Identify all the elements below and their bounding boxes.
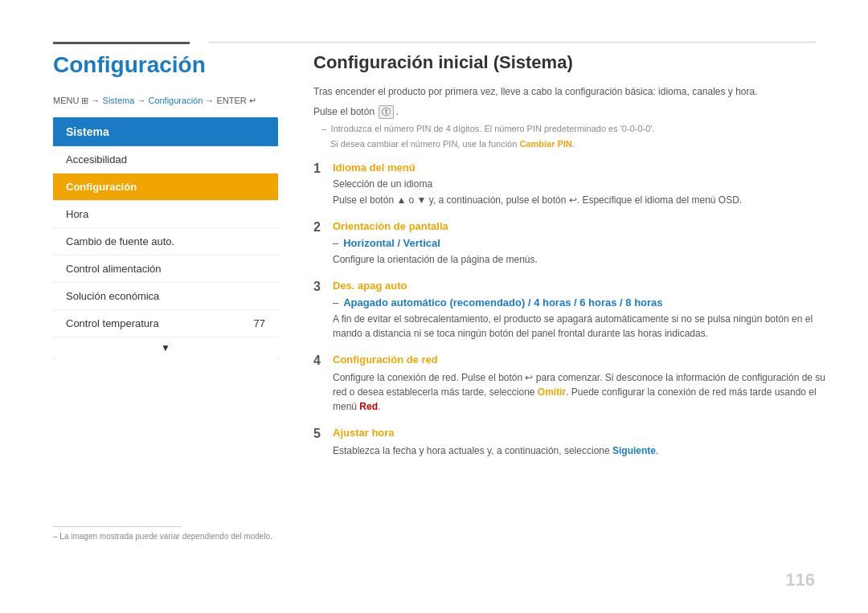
step-1-content: Idioma del menú Selección de un idioma P… bbox=[333, 161, 836, 207]
step-1-body: Pulse el botón ▲ o ▼ y, a continuación, … bbox=[333, 193, 836, 207]
menu-path-sistema: Sistema bbox=[103, 96, 135, 105]
step-5-content: Ajustar hora Establezca la fecha y hora … bbox=[333, 427, 836, 458]
step-2-content: Orientación de pantalla – Horizontal / V… bbox=[333, 220, 836, 267]
sidebar-item-accesibilidad[interactable]: Accesibilidad bbox=[53, 146, 278, 174]
footnote: – La imagen mostrada puede variar depend… bbox=[53, 526, 272, 541]
steps: 1 Idioma del menú Selección de un idioma… bbox=[313, 161, 836, 458]
step-3-body: A fin de evitar el sobrecalentamiento, e… bbox=[333, 312, 836, 341]
right-panel: Configuración inicial (Sistema) Tras enc… bbox=[313, 52, 836, 471]
step-1-title: Idioma del menú bbox=[333, 161, 836, 174]
step-4: 4 Configuración de red Configure la cone… bbox=[313, 353, 836, 414]
step-1-sub1: Selección de un idioma bbox=[333, 178, 836, 190]
omitir-link: Omitir bbox=[538, 386, 566, 398]
sidebar-item-control-temperatura-label: Control temperatura bbox=[66, 317, 159, 329]
sidebar: Sistema Accesibilidad Configuración Hora… bbox=[53, 117, 278, 358]
page-number: 116 bbox=[785, 570, 815, 591]
siguiente-link: Siguiente bbox=[612, 445, 656, 456]
sidebar-item-control-alimentacion[interactable]: Control alimentación bbox=[53, 255, 278, 283]
sidebar-item-cambio-fuente[interactable]: Cambio de fuente auto. bbox=[53, 228, 278, 255]
enter-icon: ⓣ bbox=[379, 105, 394, 119]
cambiar-pin-link: Cambiar PIN bbox=[519, 139, 571, 149]
step-3: 3 Des. apag auto – Apagado automático (r… bbox=[313, 280, 836, 341]
step-3-sub-title: Apagado automático (recomendado) / 4 hor… bbox=[343, 296, 662, 309]
step-2: 2 Orientación de pantalla – Horizontal /… bbox=[313, 220, 836, 267]
top-line-left bbox=[53, 42, 190, 44]
step-2-title: Orientación de pantalla bbox=[333, 220, 836, 232]
sidebar-item-hora[interactable]: Hora bbox=[53, 201, 278, 228]
step-5: 5 Ajustar hora Establezca la fecha y hor… bbox=[313, 427, 836, 458]
step-3-content: Des. apag auto – Apagado automático (rec… bbox=[333, 280, 836, 341]
intro-text: Tras encender el producto por primera ve… bbox=[313, 84, 836, 99]
page-title: Configuración bbox=[53, 52, 278, 78]
sidebar-item-control-temperatura-value: 77 bbox=[254, 317, 265, 329]
step-1: 1 Idioma del menú Selección de un idioma… bbox=[313, 161, 836, 207]
dash-icon: – bbox=[333, 237, 338, 249]
left-panel: Configuración MENU ⊞ → Sistema → Configu… bbox=[53, 52, 278, 358]
sidebar-item-control-temperatura[interactable]: Control temperatura 77 bbox=[53, 310, 278, 337]
step-2-sub-title: Horizontal / Vertical bbox=[343, 237, 440, 249]
footnote-line bbox=[53, 526, 182, 527]
sidebar-item-configuracion[interactable]: Configuración bbox=[53, 174, 278, 201]
footnote-text: – La imagen mostrada puede variar depend… bbox=[53, 532, 272, 541]
step-2-dash: – Horizontal / Vertical bbox=[333, 237, 836, 249]
sidebar-item-solucion-economica[interactable]: Solución económica bbox=[53, 283, 278, 310]
sidebar-header: Sistema bbox=[53, 117, 278, 146]
step-1-number: 1 bbox=[313, 161, 333, 176]
step-3-number: 3 bbox=[313, 280, 333, 294]
pin-note-2: Si desea cambiar el número PIN, use la f… bbox=[321, 137, 836, 151]
step-3-dash: – Apagado automático (recomendado) / 4 h… bbox=[333, 296, 836, 309]
pin-note-1: – Introduzca el número PIN de 4 dígitos.… bbox=[321, 122, 836, 136]
dash-icon-2: – bbox=[333, 296, 338, 309]
menu-path-configuracion: Configuración bbox=[148, 96, 203, 105]
pulse-text: Pulse el botón ⓣ. bbox=[313, 105, 836, 119]
step-2-body: Configure la orientación de la página de… bbox=[333, 252, 836, 267]
red-link: Red bbox=[359, 401, 378, 412]
right-panel-title: Configuración inicial (Sistema) bbox=[313, 52, 836, 73]
menu-path: MENU ⊞ → Sistema → Configuración → ENTER… bbox=[53, 96, 278, 106]
step-4-number: 4 bbox=[313, 353, 333, 368]
step-5-body: Establezca la fecha y hora actuales y, a… bbox=[333, 443, 836, 458]
sidebar-chevron[interactable]: ▼ bbox=[53, 337, 278, 358]
top-line-right bbox=[209, 42, 816, 43]
step-2-number: 2 bbox=[313, 220, 333, 235]
step-4-content: Configuración de red Configure la conexi… bbox=[333, 353, 836, 414]
step-4-body: Configure la conexión de red. Pulse el b… bbox=[333, 370, 836, 414]
step-5-title: Ajustar hora bbox=[333, 427, 836, 439]
step-5-number: 5 bbox=[313, 427, 333, 441]
step-3-title: Des. apag auto bbox=[333, 280, 836, 292]
step-4-title: Configuración de red bbox=[333, 353, 836, 366]
